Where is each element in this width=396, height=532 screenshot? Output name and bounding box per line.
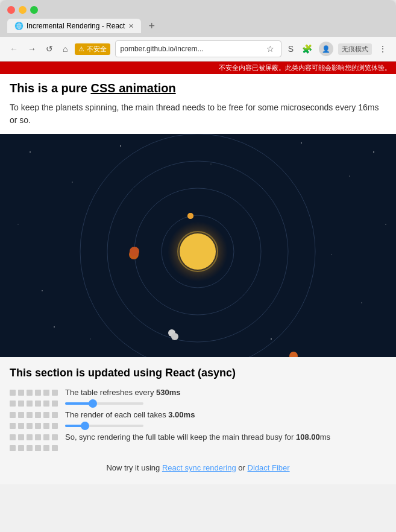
solar-system-animation — [0, 134, 396, 357]
home-button[interactable]: ⌂ — [60, 43, 70, 55]
new-tab-button[interactable]: + — [145, 20, 159, 33]
user-avatar[interactable]: 👤 — [319, 42, 333, 56]
page-title: This is a pure CSS animation — [10, 81, 386, 95]
page-content-top: This is a pure CSS animation To keep the… — [0, 74, 396, 134]
cell-3-3 — [27, 412, 33, 418]
cell-2-3 — [27, 401, 33, 407]
css-animation-link[interactable]: CSS animation — [90, 81, 175, 95]
url-text: pomber.github.io/increm... — [121, 45, 262, 53]
svg-point-3 — [120, 145, 121, 147]
bookmark-icon[interactable]: ☆ — [265, 43, 276, 55]
title-bar — [0, 0, 396, 19]
cell-2-6 — [52, 401, 58, 407]
tab-favicon-icon: 🌐 — [14, 22, 23, 30]
cell-3-2 — [18, 412, 24, 418]
svg-point-29 — [187, 213, 193, 219]
refresh-row: The table refreshes every 530ms — [10, 388, 386, 397]
url-bar[interactable]: pomber.github.io/increm... ☆ — [115, 40, 281, 57]
tab-bar: 🌐 Incremental Rendering - React ✕ + — [0, 19, 396, 37]
tab-close-icon[interactable]: ✕ — [128, 22, 134, 30]
svg-point-31 — [171, 333, 178, 340]
security-warning-badge[interactable]: ⚠ 不安全 — [75, 43, 110, 55]
cell-1-1 — [10, 390, 16, 396]
svg-point-5 — [301, 142, 302, 144]
scribd-extension-icon[interactable]: S — [286, 43, 295, 55]
browser-window: 🌐 Incremental Rendering - React ✕ + ← → … — [0, 0, 396, 484]
cell-1-4 — [35, 390, 41, 396]
bottom-section: This section is updated using React (asy… — [0, 357, 396, 484]
tab-title: Incremental Rendering - React — [27, 22, 125, 30]
cell-grid-3 — [10, 412, 59, 418]
cell-2-4 — [35, 401, 41, 407]
cell-6-5 — [43, 445, 49, 451]
cell-2-1 — [10, 401, 16, 407]
cell-3-6 — [52, 412, 58, 418]
active-tab[interactable]: 🌐 Incremental Rendering - React ✕ — [7, 19, 141, 33]
cell-4-5 — [43, 423, 49, 429]
cell-4-6 — [52, 423, 58, 429]
svg-point-12 — [90, 338, 90, 339]
svg-point-7 — [373, 151, 374, 153]
cell-4-4 — [35, 423, 41, 429]
cell-5-4 — [35, 434, 41, 440]
traffic-lights — [7, 6, 38, 14]
svg-point-15 — [385, 224, 386, 224]
extensions-icon[interactable]: 🧩 — [300, 43, 314, 55]
svg-point-6 — [349, 176, 350, 177]
close-button[interactable] — [7, 6, 15, 14]
svg-point-30 — [130, 247, 139, 256]
slider2-track — [65, 425, 143, 427]
render-slider[interactable] — [65, 425, 143, 427]
svg-point-10 — [361, 302, 362, 303]
cell-3-1 — [10, 412, 16, 418]
svg-point-13 — [331, 254, 332, 255]
maximize-button[interactable] — [30, 6, 38, 14]
cell-2-2 — [18, 401, 24, 407]
render-label: The render of each cell takes 3.00ms — [65, 410, 195, 419]
svg-point-1 — [30, 151, 31, 153]
cell-5-6 — [52, 434, 58, 440]
security-banner[interactable]: 不安全内容已被屏蔽。此类内容可能会影响您的浏览体验。 — [0, 62, 396, 74]
svg-point-14 — [42, 290, 43, 291]
cell-grid-1 — [10, 390, 59, 396]
svg-point-2 — [72, 182, 73, 183]
cell-1-2 — [18, 390, 24, 396]
cell-5-5 — [43, 434, 49, 440]
cell-1-6 — [52, 390, 58, 396]
forward-button[interactable]: → — [25, 43, 39, 55]
cell-6-6 — [52, 445, 58, 451]
minimize-button[interactable] — [19, 6, 27, 14]
cell-grid-5 — [10, 434, 59, 440]
cell-grid-2 — [10, 401, 59, 407]
refresh-label: The table refreshes every 530ms — [65, 388, 181, 397]
address-bar: ← → ↺ ⌂ ⚠ 不安全 pomber.github.io/increm...… — [0, 37, 396, 62]
cell-5-2 — [18, 434, 24, 440]
svg-point-21 — [180, 233, 216, 270]
react-sync-link[interactable]: React sync rendering — [162, 463, 236, 472]
svg-point-11 — [271, 338, 272, 340]
svg-point-9 — [54, 326, 55, 328]
cell-4-1 — [10, 423, 16, 429]
cell-1-3 — [27, 390, 33, 396]
empty-cells-row — [10, 445, 386, 451]
back-button[interactable]: ← — [7, 43, 20, 55]
cell-2-5 — [43, 401, 49, 407]
page-description: To keep the planets spinning, the main t… — [10, 101, 386, 127]
slider2-row — [10, 423, 386, 429]
refresh-value: 530ms — [156, 388, 181, 397]
cell-4-3 — [27, 423, 33, 429]
slider1-thumb — [89, 399, 97, 408]
cell-6-4 — [35, 445, 41, 451]
refresh-slider[interactable] — [65, 402, 143, 405]
sync-label: So, sync rendering the full table will k… — [65, 432, 330, 442]
cell-grid-6 — [10, 445, 59, 451]
render-value: 3.00ms — [168, 410, 195, 419]
refresh-button[interactable]: ↺ — [43, 43, 55, 55]
cell-5-1 — [10, 434, 16, 440]
didact-fiber-link[interactable]: Didact Fiber — [248, 463, 290, 472]
links-row: Now try it using React sync rendering or… — [10, 463, 386, 472]
cell-5-3 — [27, 434, 33, 440]
cell-3-4 — [35, 412, 41, 418]
browser-menu-button[interactable]: ⋮ — [377, 43, 389, 55]
cell-4-2 — [18, 423, 24, 429]
